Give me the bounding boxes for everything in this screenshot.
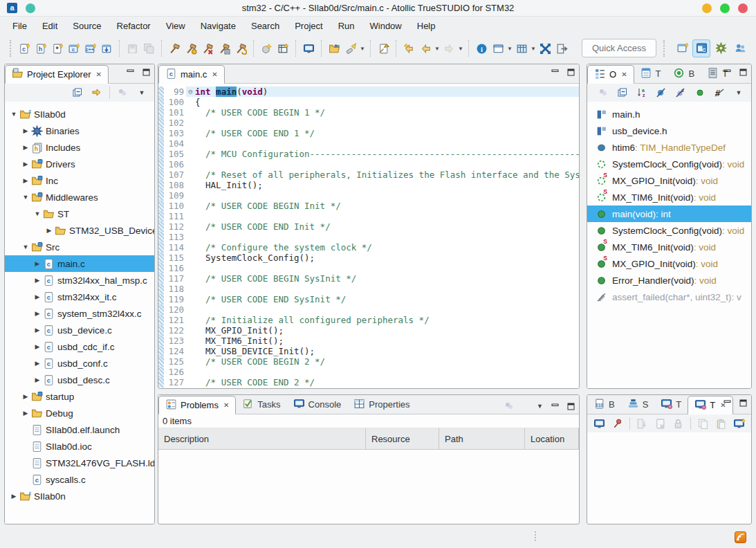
tab-problems[interactable]: Problems✕: [158, 396, 236, 414]
tree-expand-arrow[interactable]: ▶: [33, 360, 42, 367]
view-menu-icon[interactable]: ▼: [135, 86, 149, 100]
tab-outline-o[interactable]: O✕: [587, 65, 634, 84]
code-line[interactable]: 102: [158, 118, 579, 128]
menu-file[interactable]: File: [6, 19, 34, 33]
hide-static-icon[interactable]: s: [674, 86, 688, 100]
new-connection-icon[interactable]: [733, 417, 746, 430]
tree-expand-arrow[interactable]: ▶: [33, 376, 42, 383]
outline-item-mx-tim6-init-void-[interactable]: SMX_TIM6_Init(void) : void: [587, 239, 751, 255]
terminal-icon[interactable]: [300, 39, 317, 57]
tree-item-includes[interactable]: ▶hIncludes: [5, 139, 154, 156]
code-line[interactable]: 119 /* USER CODE END SysInit */: [158, 294, 579, 304]
pin-icon[interactable]: [611, 417, 623, 430]
tree-item-binaries[interactable]: ▶Binaries: [5, 122, 154, 139]
focus-icon[interactable]: [116, 86, 129, 100]
tab-properties[interactable]: Properties: [347, 395, 416, 414]
code-line[interactable]: 104: [158, 138, 579, 149]
new-file-icon[interactable]: *: [48, 39, 65, 57]
tree-expand-arrow[interactable]: ▶: [9, 493, 19, 500]
outline-item-mx-gpio-init-void-[interactable]: SMX_GPIO_Init(void) : void: [587, 255, 751, 272]
tree-item-silab0d-ioc[interactable]: SIlab0d.ioc: [5, 438, 154, 455]
stop-build-icon[interactable]: [199, 39, 216, 57]
close-icon[interactable]: ✕: [223, 401, 229, 409]
menu-search[interactable]: Search: [244, 19, 286, 33]
tab-project-explorer[interactable]: Project Explorer ✕: [5, 65, 109, 84]
collapse-all-icon[interactable]: [616, 86, 629, 100]
maximize-view-icon[interactable]: [567, 403, 575, 410]
close-icon[interactable]: ✕: [212, 71, 217, 78]
column-header-location[interactable]: Location: [525, 428, 579, 449]
code-editor[interactable]: 99⊖int main(void)100{101 /* USER CODE BE…: [158, 84, 579, 388]
clear-console-icon[interactable]: [654, 417, 666, 430]
tree-expand-arrow[interactable]: ▶: [21, 144, 30, 151]
toolbar-grip[interactable]: [663, 40, 666, 57]
outline-item-usb-device-h[interactable]: usb_device.h: [587, 122, 751, 139]
tree-item-src[interactable]: ▼Src: [5, 239, 154, 255]
import-project-icon[interactable]: [98, 39, 115, 57]
maximize-button[interactable]: [720, 3, 730, 13]
tree-expand-arrow[interactable]: ▶: [21, 127, 30, 134]
editor-window-icon[interactable]: [490, 39, 506, 57]
new-c-project-icon[interactable]: c: [65, 39, 82, 57]
new-h-file-icon[interactable]: h: [32, 39, 48, 57]
search-icon[interactable]: [342, 39, 359, 57]
tree-item-silab0n[interactable]: ▶cSIlab0n: [5, 488, 154, 504]
forward-dropdown-icon[interactable]: ▼: [457, 39, 464, 57]
code-line[interactable]: 99⊖int main(void): [158, 86, 579, 97]
toolbar-grip[interactable]: [10, 40, 12, 57]
code-line[interactable]: 120: [158, 304, 579, 315]
tab-br-t[interactable]: T: [654, 395, 688, 414]
menu-navigate[interactable]: Navigate: [194, 19, 243, 33]
rss-feed-icon[interactable]: [735, 531, 746, 543]
column-header-resource[interactable]: Resource: [366, 428, 439, 449]
save-all-icon[interactable]: [140, 39, 157, 57]
maximize-view-icon[interactable]: [739, 68, 747, 76]
tree-item-stm32-usb-device-[interactable]: ▶STM32_USB_Device_: [5, 222, 154, 239]
close-icon[interactable]: ✕: [95, 71, 101, 78]
debug-perspective-icon[interactable]: [712, 39, 730, 57]
quick-access-button[interactable]: Quick Access: [582, 39, 656, 57]
tree-expand-arrow[interactable]: ▶: [44, 227, 54, 234]
code-line[interactable]: 115 SystemClock_Config();: [158, 253, 579, 263]
sort-icon[interactable]: az: [635, 86, 649, 100]
tree-item-silab0d-elf-launch[interactable]: SIlab0d.elf.launch: [5, 421, 154, 438]
views-grid-dropdown-icon[interactable]: ▼: [530, 39, 537, 57]
code-line[interactable]: 110 /* USER CODE BEGIN Init */: [158, 201, 579, 211]
tree-item-inc[interactable]: ▶Inc: [5, 172, 154, 189]
code-line[interactable]: 112 /* USER CODE END Init */: [158, 221, 579, 232]
scroll-lock-icon[interactable]: [636, 417, 648, 430]
outline-item-assert-failed-char-uint32-t-[interactable]: assert_failed(char*, uint32_t) : v: [587, 289, 751, 305]
device-config-icon[interactable]: [275, 39, 291, 57]
maximize-view-icon[interactable]: [739, 399, 747, 407]
tree-collapse-arrow[interactable]: ▼: [33, 210, 42, 217]
hide-non-public-icon[interactable]: [693, 86, 707, 100]
views-grid-icon[interactable]: [513, 39, 530, 57]
outline-item-mx-gpio-init-void-[interactable]: SMX_GPIO_Init(void) : void: [587, 172, 751, 189]
tree-item-stm32l476vg-flash-ld[interactable]: STM32L476VG_FLASH.ld: [5, 455, 154, 471]
menu-edit[interactable]: Edit: [35, 19, 64, 33]
code-line[interactable]: 126: [158, 367, 579, 377]
code-line[interactable]: 100{: [158, 97, 579, 107]
forward-icon[interactable]: [441, 39, 457, 57]
tree-expand-arrow[interactable]: ▶: [33, 327, 42, 334]
back-history-icon[interactable]: [400, 39, 417, 57]
minimize-view-icon[interactable]: [723, 399, 731, 407]
tree-item-syscalls-c[interactable]: csyscalls.c: [5, 471, 154, 488]
tab-tasks[interactable]: Tasks: [236, 395, 286, 414]
tree-item-usbd-cdc-if-c[interactable]: ▶cusbd_cdc_if.c: [5, 338, 154, 355]
last-edit-icon[interactable]: [375, 39, 391, 57]
tree-expand-arrow[interactable]: ▶: [33, 310, 42, 317]
code-line[interactable]: 103 /* USER CODE END 1 */: [158, 128, 579, 138]
tree-item-debug[interactable]: ▶Debug: [5, 405, 154, 421]
code-line[interactable]: 123 MX_TIM6_Init();: [158, 336, 579, 346]
cpp-perspective-icon[interactable]: C: [692, 39, 710, 57]
view-menu-icon[interactable]: ▼: [732, 86, 746, 100]
tree-expand-arrow[interactable]: ▶: [21, 177, 30, 184]
tree-item-silab0d[interactable]: ▼cSIlab0d: [5, 106, 154, 122]
tree-expand-arrow[interactable]: ▶: [33, 293, 42, 300]
tree-collapse-arrow[interactable]: ▼: [9, 111, 19, 118]
tab-outline-t[interactable]: T: [634, 64, 667, 83]
tree-item-main-c[interactable]: ▶cmain.c: [5, 255, 154, 272]
column-header-description[interactable]: Description: [158, 428, 366, 449]
outline-item-mx-tim6-init-void-[interactable]: SMX_TIM6_Init(void) : void: [587, 189, 751, 206]
